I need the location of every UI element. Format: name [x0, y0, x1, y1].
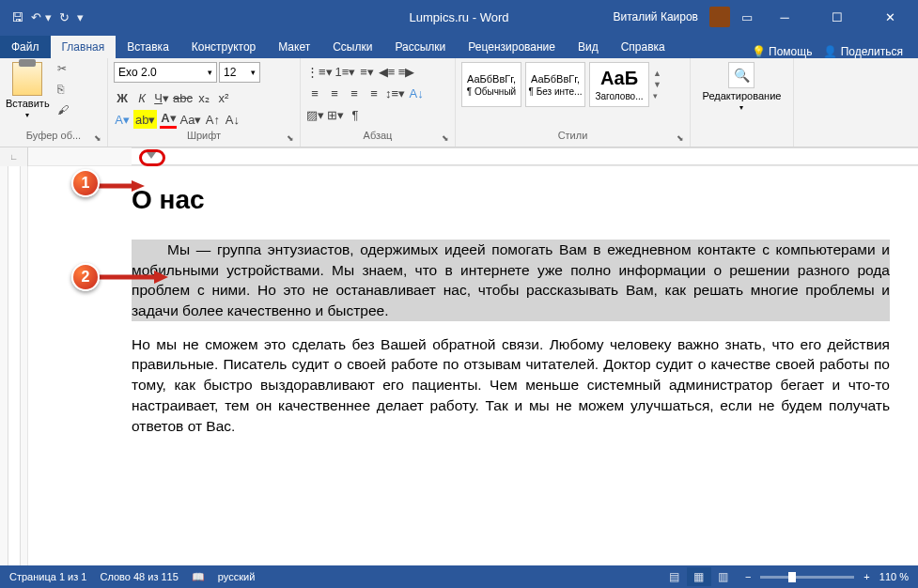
style-nospacing[interactable]: АаБбВвГг, ¶ Без инте... — [525, 62, 585, 107]
underline-button[interactable]: Ч▾ — [153, 88, 170, 107]
ribbon-options-icon[interactable]: ▭ — [741, 10, 753, 24]
decrease-indent-button[interactable]: ◀≡ — [378, 62, 395, 81]
highlight-button[interactable]: ab▾ — [133, 110, 157, 129]
ribbon: Вставить ▾ ✂ ⎘ 🖌 Буфер об... ⬊ Exo 2.0▾ … — [0, 58, 918, 147]
group-clipboard-label: Буфер об... — [6, 130, 101, 143]
document-body[interactable]: О нас Мы — группа энтузиастов, одержимых… — [28, 166, 918, 565]
subscript-button[interactable]: x₂ — [195, 88, 212, 107]
find-icon[interactable]: 🔍 — [728, 62, 755, 88]
font-name-select[interactable]: Exo 2.0▾ — [114, 62, 217, 83]
close-button[interactable]: ✕ — [869, 0, 910, 34]
format-painter-icon[interactable]: 🖌 — [57, 103, 76, 120]
horizontal-ruler[interactable]: ∟ — [0, 147, 918, 166]
paragraph-launcher[interactable]: ⬊ — [442, 133, 453, 145]
style-heading[interactable]: АаБ Заголово... — [589, 62, 649, 107]
zoom-out[interactable]: − — [745, 571, 751, 582]
styles-up[interactable]: ▲ — [653, 69, 661, 78]
qat-dropdown-icon[interactable]: ▾ — [77, 10, 84, 24]
style-normal[interactable]: АаБбВвГг, ¶ Обычный — [461, 62, 521, 107]
tab-home[interactable]: Главная — [51, 36, 117, 58]
multilevel-button[interactable]: ≡▾ — [358, 62, 375, 81]
tab-selector[interactable]: ∟ — [0, 147, 28, 166]
align-right-button[interactable]: ≡ — [346, 84, 363, 102]
styles-down[interactable]: ▼ — [653, 80, 661, 89]
vertical-ruler[interactable] — [0, 166, 28, 565]
view-print[interactable]: ▦ — [687, 567, 711, 586]
bullets-button[interactable]: ⋮≡▾ — [306, 62, 333, 81]
svg-marker-1 — [132, 180, 145, 192]
view-read[interactable]: ▤ — [662, 567, 687, 586]
superscript-button[interactable]: x² — [215, 88, 232, 107]
group-paragraph-label: Абзац — [306, 130, 449, 143]
numbering-button[interactable]: 1≡▾ — [335, 62, 356, 81]
text-effects-button[interactable]: A▾ — [114, 110, 131, 129]
word-count[interactable]: Слово 48 из 115 — [100, 571, 178, 582]
tab-design[interactable]: Конструктор — [180, 36, 267, 58]
redo-icon[interactable]: ↻ — [59, 10, 70, 24]
zoom-slider[interactable] — [760, 576, 854, 579]
first-line-indent-marker[interactable] — [147, 152, 156, 159]
maximize-button[interactable]: ☐ — [817, 0, 858, 34]
change-case-button[interactable]: Aa▾ — [179, 110, 201, 129]
font-color-button[interactable]: A▾ — [160, 110, 177, 129]
strikethrough-button[interactable]: abc — [173, 88, 193, 107]
tab-file[interactable]: Файл — [0, 36, 51, 58]
tab-insert[interactable]: Вставка — [116, 36, 180, 58]
user-name[interactable]: Виталий Каиров — [613, 10, 698, 23]
language[interactable]: русский — [218, 571, 255, 582]
justify-button[interactable]: ≡ — [366, 84, 382, 102]
heading[interactable]: О нас — [132, 185, 890, 215]
shrink-font-button[interactable]: A↓ — [224, 110, 241, 129]
statusbar: Страница 1 из 1 Слово 48 из 115 📖 русски… — [0, 565, 918, 588]
increase-indent-button[interactable]: ≡▶ — [397, 62, 414, 81]
callout-2: 2 — [71, 263, 100, 291]
paragraph[interactable]: Но мы не сможем это сделать без Вашей об… — [132, 334, 890, 436]
tab-mailings[interactable]: Рассылки — [383, 36, 457, 58]
undo-icon[interactable]: ↶ ▾ — [31, 10, 52, 24]
tab-help[interactable]: Справка — [610, 36, 677, 58]
paragraph-selected[interactable]: Мы — группа энтузиастов, одержимых идеей… — [132, 240, 890, 321]
cut-icon[interactable]: ✂ — [57, 62, 76, 79]
bold-button[interactable]: Ж — [114, 88, 131, 107]
ribbon-tabs: Файл Главная Вставка Конструктор Макет С… — [0, 34, 918, 58]
group-font-label: Шрифт — [114, 130, 294, 143]
avatar[interactable] — [709, 7, 730, 27]
share-button[interactable]: 👤 Поделиться — [823, 45, 903, 58]
minimize-button[interactable]: ─ — [764, 0, 805, 34]
paste-icon — [12, 62, 42, 96]
tab-review[interactable]: Рецензирование — [457, 36, 567, 58]
borders-button[interactable]: ⊞▾ — [327, 105, 344, 124]
spellcheck-icon[interactable]: 📖 — [192, 571, 205, 583]
clipboard-launcher[interactable]: ⬊ — [94, 133, 105, 145]
zoom-in[interactable]: + — [864, 571, 869, 582]
copy-icon[interactable]: ⎘ — [57, 83, 76, 100]
shading-button[interactable]: ▨▾ — [306, 105, 324, 124]
font-launcher[interactable]: ⬊ — [287, 133, 298, 145]
save-icon[interactable]: 🖫 — [11, 10, 23, 24]
tab-layout[interactable]: Макет — [267, 36, 321, 58]
group-styles-label: Стили — [461, 130, 684, 143]
tab-references[interactable]: Ссылки — [321, 36, 383, 58]
italic-button[interactable]: К — [133, 88, 150, 107]
line-spacing-button[interactable]: ↕≡▾ — [385, 84, 405, 102]
editing-button[interactable]: Редактирование — [703, 90, 782, 101]
tab-view[interactable]: Вид — [567, 36, 610, 58]
align-left-button[interactable]: ≡ — [306, 84, 323, 102]
window-title: Lumpics.ru - Word — [410, 10, 509, 24]
align-center-button[interactable]: ≡ — [326, 84, 343, 102]
paste-button[interactable]: Вставить ▾ — [6, 62, 50, 119]
sort-button[interactable]: A↓ — [408, 84, 425, 102]
show-marks-button[interactable]: ¶ — [347, 105, 364, 124]
styles-more[interactable]: ▾ — [653, 91, 661, 101]
titlebar: 🖫 ↶ ▾ ↻ ▾ Lumpics.ru - Word Виталий Каир… — [0, 0, 918, 34]
grow-font-button[interactable]: A↑ — [204, 110, 221, 129]
zoom-level[interactable]: 110 % — [879, 571, 909, 582]
font-size-select[interactable]: 12▾ — [219, 62, 260, 83]
tell-me[interactable]: 💡 Помощь — [752, 45, 813, 58]
view-web[interactable]: ▥ — [711, 567, 736, 586]
callout-1: 1 — [71, 169, 100, 197]
styles-launcher[interactable]: ⬊ — [677, 133, 688, 145]
page-count[interactable]: Страница 1 из 1 — [9, 571, 86, 582]
svg-marker-3 — [154, 271, 168, 284]
